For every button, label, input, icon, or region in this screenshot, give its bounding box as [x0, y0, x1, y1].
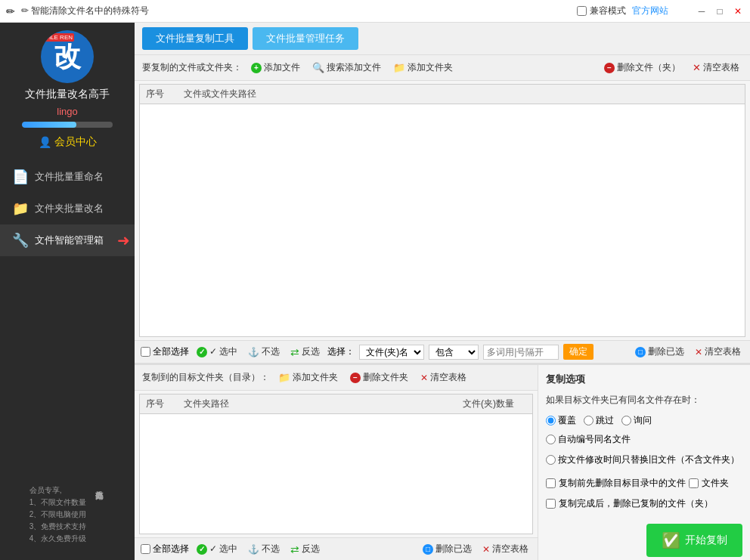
- clear-table2-btn[interactable]: ✕ 清空表格: [692, 344, 744, 360]
- dest-col-count: 文件(夹)数量: [457, 394, 532, 414]
- col-no-header: 序号: [140, 85, 178, 104]
- source-section: 要复制的文件或文件夹： + 添加文件 🔍 搜索添加文件 📁 添加文件夹 − 删除…: [135, 55, 750, 364]
- sidebar-item-folder-rename[interactable]: 📁 文件夹批量改名: [0, 193, 135, 224]
- ask-radio[interactable]: 询问: [621, 414, 652, 427]
- official-site-link[interactable]: 官方网站: [632, 5, 668, 17]
- by-modify-time-radio[interactable]: 按文件修改时间只替换旧文件（不含文件夹）: [546, 453, 742, 466]
- select-all-check[interactable]: 全部选择: [141, 345, 189, 358]
- member-icon: 👤: [39, 136, 51, 148]
- delete-file-btn[interactable]: − 删除文件（夹）: [601, 60, 683, 76]
- folder-add-icon: 📁: [393, 62, 405, 73]
- dest-clear-icon: ✕: [420, 373, 428, 383]
- add-folder-btn[interactable]: 📁 添加文件夹: [390, 60, 456, 76]
- folder-rename-icon: 📁: [12, 200, 29, 217]
- file-type-select[interactable]: 文件(夹)名 路径 扩展名: [359, 345, 424, 360]
- dest-select-all[interactable]: 全部选择: [141, 543, 189, 555]
- dest-del-sel-icon: □: [423, 544, 433, 555]
- progress-bar: [22, 122, 113, 128]
- dest-header: 复制到的目标文件夹（目录）： 📁 添加文件夹 − 删除文件夹 ✕ 清空表格: [135, 365, 538, 391]
- bottom-panel: 复制到的目标文件夹（目录）： 📁 添加文件夹 − 删除文件夹 ✕ 清空表格: [135, 364, 750, 560]
- dest-col-path: 文件夹路径: [178, 394, 457, 414]
- col-path-header: 文件或文件夹路径: [178, 85, 745, 104]
- anchor-icon: ⚓: [248, 347, 259, 357]
- sidebar-item-smart-box[interactable]: 🔧 文件智能管理箱 ➜: [0, 224, 135, 256]
- dest-select-checked-btn[interactable]: ✓ ✓ 选中: [194, 541, 240, 557]
- copy-tool-tab[interactable]: 文件批量复制工具: [142, 27, 248, 50]
- delete-after-copy-check[interactable]: 复制完成后，删除已复制的文件（夹）: [546, 497, 742, 510]
- source-table: 序号 文件或文件夹路径: [140, 85, 745, 104]
- select-label: 选择：: [327, 345, 355, 358]
- invert-select-btn[interactable]: ⇄ 反选: [287, 344, 323, 360]
- member-label: 会员中心: [54, 135, 97, 149]
- search-icon: 🔍: [312, 62, 324, 73]
- dest-add-folder-btn[interactable]: 📁 添加文件夹: [275, 370, 341, 385]
- dest-delete-btn[interactable]: − 删除文件夹: [347, 370, 411, 385]
- dest-delete-sel-btn[interactable]: □ 删除已选: [420, 541, 475, 557]
- add-icon: +: [251, 63, 262, 73]
- app-title: 文件批量改名高手: [25, 88, 110, 101]
- dest-section: 复制到的目标文件夹（目录）： 📁 添加文件夹 − 删除文件夹 ✕ 清空表格: [135, 365, 538, 560]
- close-button[interactable]: ✕: [732, 5, 744, 17]
- dest-col-no: 序号: [140, 394, 178, 414]
- filter-bar: 全部选择 ✓ ✓ 选中 ⚓ 不选 ⇄ 反选 选择： 文件(夹)名 路径: [135, 340, 750, 364]
- dest-checked-icon: ✓: [197, 544, 207, 555]
- sidebar-footer: 会员专享, 1、不限文件数量 2、不限电脑使用 3、免费技术支持 4、永久免费升…: [20, 477, 115, 552]
- deselect-btn[interactable]: ⚓ 不选: [245, 344, 283, 360]
- invert-icon: ⇄: [290, 346, 299, 358]
- checkmark-icon: ✅: [662, 531, 680, 549]
- rename-icon: 📄: [12, 169, 29, 185]
- conflict-radio-group: 覆盖 跳过 询问: [546, 414, 742, 427]
- add-file-btn[interactable]: + 添加文件: [248, 60, 303, 76]
- sidebar-item-rename-label: 文件批量重命名: [35, 170, 104, 184]
- keyword-input[interactable]: [483, 345, 559, 360]
- content-area: 文件批量复制工具 文件批量管理任务 要复制的文件或文件夹： + 添加文件 🔍 搜…: [135, 23, 750, 560]
- clear-icon: ✕: [693, 62, 701, 73]
- dest-clear2-btn[interactable]: ✕ 清空表格: [479, 541, 532, 557]
- dest-invert-icon: ⇄: [290, 543, 299, 555]
- checked-icon: ✓: [197, 347, 207, 357]
- manage-task-tab[interactable]: 文件批量管理任务: [253, 27, 358, 50]
- copy-options-section: 复制选项 如果目标文件夹已有同名文件存在时： 覆盖 跳过 询问: [538, 365, 750, 560]
- member-center-button[interactable]: 👤 会员中心: [39, 135, 97, 149]
- dest-label: 复制到的目标文件夹（目录）：: [142, 371, 269, 384]
- delete-before-copy-check[interactable]: 复制前先删除目标目录中的文件: [546, 477, 686, 490]
- folder-check[interactable]: 文件夹: [689, 477, 729, 490]
- username: lingo: [57, 106, 77, 117]
- delete-icon: −: [604, 63, 615, 73]
- dest-delete-icon: −: [350, 373, 361, 383]
- dest-invert-btn[interactable]: ⇄ 反选: [287, 541, 323, 557]
- progress-fill: [22, 122, 76, 128]
- dest-select-all-checkbox[interactable]: [141, 544, 150, 554]
- minimize-button[interactable]: ─: [696, 5, 708, 17]
- smart-box-icon: 🔧: [12, 232, 29, 249]
- match-type-select[interactable]: 包含 不包含 开头 结尾: [429, 345, 479, 360]
- overwrite-radio[interactable]: 覆盖: [546, 414, 576, 427]
- title-bar: ✏ ✏ 智能清除文件名中的特殊符号 兼容模式 官方网站 ─ □ ✕: [0, 0, 750, 23]
- compat-mode-label[interactable]: 兼容模式: [577, 5, 626, 17]
- dest-clear-btn[interactable]: ✕ 清空表格: [417, 370, 470, 385]
- clear-table-btn[interactable]: ✕ 清空表格: [690, 60, 742, 76]
- confirm-filter-btn[interactable]: 确定: [563, 344, 593, 360]
- auto-rename-radio[interactable]: 自动编号同名文件: [546, 433, 742, 446]
- dest-deselect-btn[interactable]: ⚓ 不选: [245, 541, 283, 557]
- dest-anchor-icon: ⚓: [248, 544, 259, 555]
- footer-text: 会员专享, 1、不限文件数量 2、不限电脑使用 3、免费技术支持 4、永久免费升…: [29, 484, 87, 545]
- copy-options-subtitle: 如果目标文件夹已有同名文件存在时：: [546, 394, 742, 407]
- select-all-checkbox[interactable]: [141, 347, 150, 357]
- wand-icon: ✏: [6, 5, 15, 17]
- arrow-icon: ➜: [117, 231, 130, 249]
- sidebar-item-rename[interactable]: 📄 文件批量重命名: [0, 161, 135, 193]
- maximize-button[interactable]: □: [714, 5, 726, 17]
- dest-table: 序号 文件夹路径 文件(夹)数量: [140, 394, 532, 414]
- start-copy-button[interactable]: ✅ 开始复制: [646, 524, 742, 557]
- main-toolbar: 文件批量复制工具 文件批量管理任务: [135, 23, 750, 55]
- skip-radio[interactable]: 跳过: [584, 414, 614, 427]
- compat-mode-checkbox[interactable]: [577, 6, 587, 16]
- bottom-filter-bar: 全部选择 ✓ ✓ 选中 ⚓ 不选 ⇄ 反选 □: [135, 537, 538, 560]
- source-header: 要复制的文件或文件夹： + 添加文件 🔍 搜索添加文件 📁 添加文件夹 − 删除…: [135, 55, 750, 81]
- sidebar-item-smart-box-label: 文件智能管理箱: [35, 234, 104, 247]
- clear2-icon: ✕: [695, 347, 702, 357]
- search-add-btn[interactable]: 🔍 搜索添加文件: [309, 60, 384, 76]
- delete-selected-btn[interactable]: □ 删除已选: [632, 344, 687, 360]
- select-checked-btn[interactable]: ✓ ✓ 选中: [194, 344, 240, 360]
